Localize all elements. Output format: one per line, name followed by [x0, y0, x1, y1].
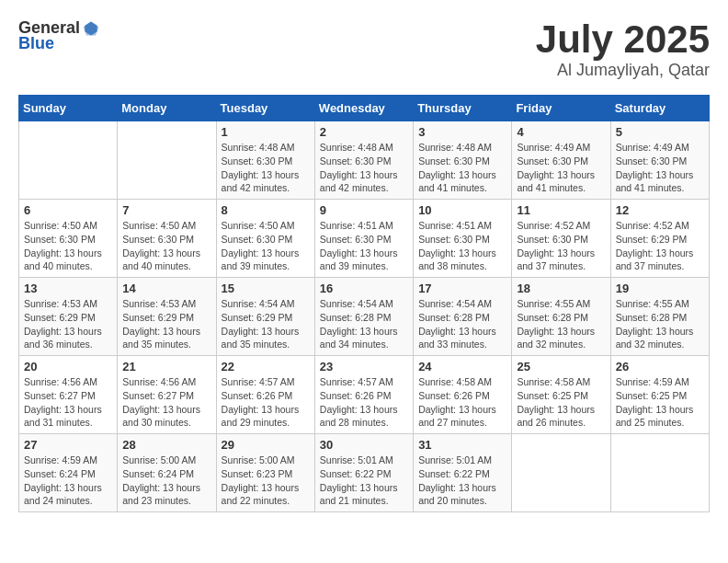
calendar-cell: 7Sunrise: 4:50 AM Sunset: 6:30 PM Daylig… [118, 200, 216, 278]
calendar-cell: 10Sunrise: 4:51 AM Sunset: 6:30 PM Dayli… [414, 200, 512, 278]
cell-content: Sunrise: 4:59 AM Sunset: 6:24 PM Dayligh… [24, 454, 112, 508]
calendar-cell: 4Sunrise: 4:49 AM Sunset: 6:30 PM Daylig… [512, 121, 610, 200]
logo: General Blue [18, 18, 100, 53]
day-number: 12 [616, 203, 704, 217]
calendar-cell: 20Sunrise: 4:56 AM Sunset: 6:27 PM Dayli… [19, 356, 118, 434]
calendar-cell: 22Sunrise: 4:57 AM Sunset: 6:26 PM Dayli… [216, 356, 314, 434]
calendar-cell: 30Sunrise: 5:01 AM Sunset: 6:22 PM Dayli… [314, 434, 413, 512]
cell-content: Sunrise: 4:51 AM Sunset: 6:30 PM Dayligh… [418, 219, 506, 273]
cell-content: Sunrise: 4:58 AM Sunset: 6:26 PM Dayligh… [418, 375, 506, 430]
weekday-header: Monday [118, 96, 216, 121]
weekday-header: Thursday [414, 96, 512, 121]
day-number: 5 [616, 125, 704, 139]
calendar-cell: 18Sunrise: 4:55 AM Sunset: 6:28 PM Dayli… [512, 278, 610, 356]
day-number: 7 [122, 203, 210, 217]
day-number: 3 [418, 125, 506, 139]
calendar-cell: 19Sunrise: 4:55 AM Sunset: 6:28 PM Dayli… [610, 278, 709, 356]
day-number: 18 [517, 282, 605, 295]
logo-blue: Blue [18, 34, 54, 53]
calendar-table: SundayMondayTuesdayWednesdayThursdayFrid… [18, 95, 710, 512]
cell-content: Sunrise: 4:54 AM Sunset: 6:29 PM Dayligh… [222, 297, 310, 351]
cell-content: Sunrise: 4:59 AM Sunset: 6:25 PM Dayligh… [616, 375, 704, 430]
cell-content: Sunrise: 5:00 AM Sunset: 6:24 PM Dayligh… [122, 454, 210, 508]
day-number: 13 [24, 282, 112, 295]
calendar-cell: 3Sunrise: 4:48 AM Sunset: 6:30 PM Daylig… [414, 121, 512, 200]
calendar-cell: 6Sunrise: 4:50 AM Sunset: 6:30 PM Daylig… [19, 200, 118, 278]
cell-content: Sunrise: 4:49 AM Sunset: 6:30 PM Dayligh… [517, 141, 605, 195]
cell-content: Sunrise: 4:48 AM Sunset: 6:30 PM Dayligh… [418, 141, 506, 195]
calendar-cell: 31Sunrise: 5:01 AM Sunset: 6:22 PM Dayli… [414, 434, 512, 512]
cell-content: Sunrise: 4:56 AM Sunset: 6:27 PM Dayligh… [24, 375, 112, 430]
day-number: 14 [122, 282, 210, 295]
calendar-cell: 26Sunrise: 4:59 AM Sunset: 6:25 PM Dayli… [610, 356, 709, 434]
cell-content: Sunrise: 4:48 AM Sunset: 6:30 PM Dayligh… [222, 141, 310, 195]
day-number: 8 [222, 203, 310, 217]
day-number: 22 [222, 360, 310, 373]
day-number: 25 [517, 360, 605, 373]
day-number: 9 [320, 203, 408, 217]
cell-content: Sunrise: 4:53 AM Sunset: 6:29 PM Dayligh… [24, 297, 112, 351]
cell-content: Sunrise: 4:54 AM Sunset: 6:28 PM Dayligh… [320, 297, 408, 351]
calendar-cell: 1Sunrise: 4:48 AM Sunset: 6:30 PM Daylig… [216, 121, 314, 200]
calendar-week-row: 1Sunrise: 4:48 AM Sunset: 6:30 PM Daylig… [19, 121, 710, 200]
calendar-cell: 16Sunrise: 4:54 AM Sunset: 6:28 PM Dayli… [314, 278, 413, 356]
calendar-cell: 13Sunrise: 4:53 AM Sunset: 6:29 PM Dayli… [19, 278, 118, 356]
calendar-cell: 8Sunrise: 4:50 AM Sunset: 6:30 PM Daylig… [216, 200, 314, 278]
cell-content: Sunrise: 4:57 AM Sunset: 6:26 PM Dayligh… [222, 375, 310, 430]
calendar-week-row: 27Sunrise: 4:59 AM Sunset: 6:24 PM Dayli… [19, 434, 710, 512]
day-number: 16 [320, 282, 408, 295]
calendar-cell: 24Sunrise: 4:58 AM Sunset: 6:26 PM Dayli… [414, 356, 512, 434]
calendar-cell: 5Sunrise: 4:49 AM Sunset: 6:30 PM Daylig… [610, 121, 709, 200]
calendar-week-row: 13Sunrise: 4:53 AM Sunset: 6:29 PM Dayli… [19, 278, 710, 356]
logo-icon [82, 19, 100, 38]
day-number: 15 [222, 282, 310, 295]
calendar-cell: 29Sunrise: 5:00 AM Sunset: 6:23 PM Dayli… [216, 434, 314, 512]
cell-content: Sunrise: 4:55 AM Sunset: 6:28 PM Dayligh… [616, 297, 704, 351]
calendar-cell: 28Sunrise: 5:00 AM Sunset: 6:24 PM Dayli… [118, 434, 216, 512]
calendar-cell [512, 434, 610, 512]
cell-content: Sunrise: 4:51 AM Sunset: 6:30 PM Dayligh… [320, 219, 408, 273]
calendar-cell: 15Sunrise: 4:54 AM Sunset: 6:29 PM Dayli… [216, 278, 314, 356]
cell-content: Sunrise: 4:55 AM Sunset: 6:28 PM Dayligh… [517, 297, 605, 351]
calendar-week-row: 20Sunrise: 4:56 AM Sunset: 6:27 PM Dayli… [19, 356, 710, 434]
cell-content: Sunrise: 4:56 AM Sunset: 6:27 PM Dayligh… [122, 375, 210, 430]
day-number: 17 [418, 282, 506, 295]
month-title: July 2025 [536, 18, 710, 61]
cell-content: Sunrise: 4:54 AM Sunset: 6:28 PM Dayligh… [418, 297, 506, 351]
day-number: 21 [122, 360, 210, 373]
calendar-cell [19, 121, 118, 200]
calendar-cell: 23Sunrise: 4:57 AM Sunset: 6:26 PM Dayli… [314, 356, 413, 434]
calendar-header-row: SundayMondayTuesdayWednesdayThursdayFrid… [19, 96, 710, 121]
cell-content: Sunrise: 4:49 AM Sunset: 6:30 PM Dayligh… [616, 141, 704, 195]
weekday-header: Wednesday [314, 96, 413, 121]
cell-content: Sunrise: 4:57 AM Sunset: 6:26 PM Dayligh… [320, 375, 408, 430]
cell-content: Sunrise: 4:58 AM Sunset: 6:25 PM Dayligh… [517, 375, 605, 430]
calendar-cell: 11Sunrise: 4:52 AM Sunset: 6:30 PM Dayli… [512, 200, 610, 278]
day-number: 24 [418, 360, 506, 373]
day-number: 6 [24, 203, 112, 217]
calendar-cell [610, 434, 709, 512]
weekday-header: Friday [512, 96, 610, 121]
calendar-cell [118, 121, 216, 200]
cell-content: Sunrise: 5:00 AM Sunset: 6:23 PM Dayligh… [222, 454, 310, 508]
day-number: 11 [517, 203, 605, 217]
cell-content: Sunrise: 5:01 AM Sunset: 6:22 PM Dayligh… [320, 454, 408, 508]
cell-content: Sunrise: 4:48 AM Sunset: 6:30 PM Dayligh… [320, 141, 408, 195]
cell-content: Sunrise: 5:01 AM Sunset: 6:22 PM Dayligh… [418, 454, 506, 508]
title-block: July 2025 Al Jumayliyah, Qatar [536, 18, 710, 80]
calendar-cell: 21Sunrise: 4:56 AM Sunset: 6:27 PM Dayli… [118, 356, 216, 434]
calendar-cell: 14Sunrise: 4:53 AM Sunset: 6:29 PM Dayli… [118, 278, 216, 356]
calendar-cell: 27Sunrise: 4:59 AM Sunset: 6:24 PM Dayli… [19, 434, 118, 512]
day-number: 29 [222, 438, 310, 452]
day-number: 20 [24, 360, 112, 373]
page-header: General Blue July 2025 Al Jumayliyah, Qa… [18, 18, 710, 80]
day-number: 4 [517, 125, 605, 139]
location-title: Al Jumayliyah, Qatar [536, 61, 710, 80]
cell-content: Sunrise: 4:50 AM Sunset: 6:30 PM Dayligh… [24, 219, 112, 273]
cell-content: Sunrise: 4:52 AM Sunset: 6:29 PM Dayligh… [616, 219, 704, 273]
day-number: 26 [616, 360, 704, 373]
weekday-header: Saturday [610, 96, 709, 121]
day-number: 19 [616, 282, 704, 295]
day-number: 28 [122, 438, 210, 452]
calendar-cell: 9Sunrise: 4:51 AM Sunset: 6:30 PM Daylig… [314, 200, 413, 278]
